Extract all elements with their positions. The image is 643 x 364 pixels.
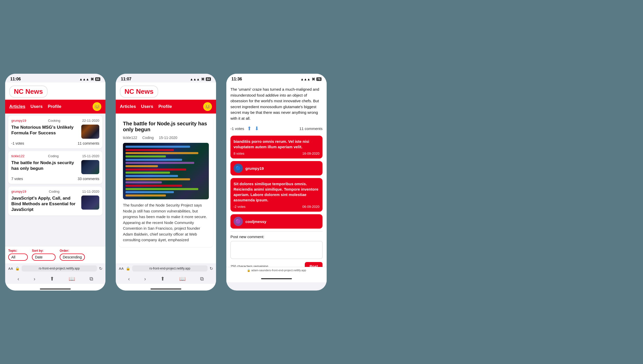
share-btn-1[interactable]: ⬆: [50, 276, 54, 282]
wifi-icon-2: ⌘: [201, 77, 204, 81]
detail-title: The battle for Node.js security has only…: [123, 121, 209, 133]
detail-body: The founder of the Node Security Project…: [123, 202, 209, 243]
phone-2: 11:07 ▲▲▲ ⌘ 84 NC News Articles Users Pr…: [116, 74, 216, 291]
comment-username-2: cooljmessy: [245, 219, 266, 224]
intro-text: The 'umami' craze has turned a much-mali…: [230, 87, 323, 121]
article-card-3[interactable]: grumpy19 Coding 11-11-2020 JavaScript's …: [8, 186, 102, 216]
lock-icon-1: 🔒: [15, 266, 20, 270]
article-card-2[interactable]: tickle122 Coding 15-11-2020 The battle f…: [8, 151, 102, 184]
order-select[interactable]: Descending Ascending: [60, 254, 85, 261]
battery-1: 84: [95, 77, 100, 81]
reload-icon-1[interactable]: ↻: [99, 266, 102, 271]
article-body-1: The Notorious MSG's Unlikely Formula For…: [11, 125, 99, 139]
browser-bar-1: AA 🔒 rs-front-end-project.netlify.app ↻: [5, 263, 105, 274]
post-button[interactable]: Post: [305, 262, 323, 267]
nav-avatar-2[interactable]: 😊: [203, 102, 212, 111]
phone-1: 11:06 ▲▲▲ ⌘ 84 NC News Articles Users Pr…: [5, 74, 105, 291]
status-icons-1: ▲▲▲ ⌘ 84: [79, 77, 100, 81]
browser-nav-1: ‹ › ⬆ 📖 ⧉: [5, 274, 105, 284]
sort-select[interactable]: Date Votes Comments: [32, 254, 56, 261]
nav-articles-1[interactable]: Articles: [9, 104, 25, 109]
detail-date: 15-11-2020: [159, 136, 177, 140]
article-thumb-3: [81, 195, 99, 210]
downvote-btn[interactable]: ⬇: [255, 125, 259, 132]
article-votes-1: -1 votes: [11, 141, 24, 145]
app-content-2: NC News Articles Users Profile 😊 The bat…: [116, 82, 216, 274]
bookmarks-btn-1[interactable]: 📖: [69, 276, 75, 282]
time-2: 11:07: [121, 77, 131, 81]
article-card-1[interactable]: grumpy19 Cooking 22-11-2020 The Notoriou…: [8, 116, 102, 148]
comment-author-row-1: 🔵 grumpy19: [230, 161, 323, 175]
article-title-1: The Notorious MSG's Unlikely Formula For…: [11, 125, 79, 136]
sort-filter[interactable]: Sort by: Date Votes Comments: [32, 249, 56, 261]
order-filter[interactable]: Order: Descending Ascending: [60, 249, 85, 261]
comment-card-2: Sit dolores similique temporibus omnis. …: [230, 178, 323, 212]
nav-bar-1[interactable]: Articles Users Profile 😊: [5, 100, 105, 114]
nav-bar-2[interactable]: Articles Users Profile 😊: [116, 100, 216, 114]
article-meta-3: grumpy19 Coding 11-11-2020: [11, 190, 99, 193]
logo-text-1: NC News: [14, 88, 43, 95]
article-title-2: The battle for Node.js security has only…: [11, 160, 79, 171]
comment-input[interactable]: [230, 241, 323, 259]
tabs-btn-1[interactable]: ⧉: [90, 276, 93, 282]
browser-aa-1: AA: [8, 267, 13, 270]
article-footer-1: -1 votes 11 comments: [11, 141, 99, 145]
time-3: 11:36: [231, 77, 242, 81]
footer-link-icon: 🔒: [247, 269, 251, 272]
nav-profile-2[interactable]: Profile: [158, 104, 172, 109]
home-indicator-2: [116, 284, 216, 291]
comment-footer-1: 8 votes 16-09-2020: [234, 152, 319, 155]
article-votes-2: 7 votes: [11, 177, 23, 181]
tabs-btn-2[interactable]: ⧉: [200, 276, 204, 282]
nav-articles-2[interactable]: Articles: [120, 104, 136, 109]
browser-url-1[interactable]: rs-front-end-project.netlify.app: [22, 265, 97, 272]
topic-select[interactable]: All Cooking Coding: [8, 254, 28, 261]
nav-avatar-1[interactable]: 😊: [93, 102, 101, 111]
detail-topic: Coding: [142, 136, 154, 140]
article-topic-3: Coding: [49, 190, 59, 193]
article-date-2: 15-11-2020: [82, 154, 99, 158]
forward-btn-2[interactable]: ›: [144, 276, 146, 282]
forward-btn-1[interactable]: ›: [34, 276, 35, 282]
phone3-main: The 'umami' craze has turned a much-mali…: [226, 82, 327, 267]
browser-nav-2: ‹ › ⬆ 📖 ⧉: [116, 274, 216, 284]
upvote-btn[interactable]: ⬆: [247, 125, 252, 132]
article-body-3: JavaScript's Apply, Call, and Bind Metho…: [11, 195, 99, 212]
comment-date-2: 06-09-2020: [302, 205, 320, 209]
topic-label: Topic:: [8, 249, 28, 253]
browser-url-2[interactable]: rs-front-end-project.netlify.app: [132, 265, 208, 272]
comment-avatar-1: 🔵: [234, 164, 243, 173]
home-indicator-3: [226, 274, 327, 282]
sort-label: Sort by:: [32, 249, 56, 253]
logo-pill-2: NC News: [120, 86, 158, 98]
topic-filter[interactable]: Topic: All Cooking Coding: [8, 249, 28, 261]
battery-2: 84: [206, 77, 211, 81]
article-date-1: 22-11-2020: [82, 119, 99, 123]
article-thumb-2: [81, 160, 99, 174]
footer-url: 🔒 adam-saunders-front-end-project.netlif…: [226, 267, 327, 274]
comments-count: 11 comments: [299, 126, 323, 131]
nav-profile-1[interactable]: Profile: [48, 104, 61, 109]
article-date-3: 11-11-2020: [82, 190, 99, 193]
signal-icon-2: ▲▲▲: [190, 77, 200, 81]
reload-icon-2[interactable]: ↻: [210, 266, 213, 271]
article-topic-2: Coding: [48, 154, 59, 158]
comment-text-2: Sit dolores similique temporibus omnis. …: [234, 181, 319, 203]
logo-text-2: NC News: [124, 88, 154, 95]
detail-card: The battle for Node.js security has only…: [119, 117, 213, 247]
comment-votes-2: -2 votes: [234, 205, 245, 209]
signal-icon: ▲▲▲: [79, 77, 89, 81]
comment-author-row-2: 🟣 cooljmessy: [230, 214, 323, 229]
article-comments-1: 11 comments: [78, 141, 99, 145]
back-btn-1[interactable]: ‹: [17, 276, 19, 282]
article-footer-2: 7 votes 33 comments: [11, 177, 99, 181]
bookmarks-btn-2[interactable]: 📖: [179, 276, 186, 282]
status-icons-3: ▲▲▲ ⌘ 78: [300, 77, 322, 81]
nav-users-2[interactable]: Users: [141, 104, 153, 109]
comment-avatar-2: 🟣: [234, 217, 243, 226]
nav-users-1[interactable]: Users: [30, 104, 42, 109]
share-btn-2[interactable]: ⬆: [160, 276, 165, 282]
home-indicator-1: [5, 284, 105, 291]
article-title-3: JavaScript's Apply, Call, and Bind Metho…: [11, 195, 79, 212]
back-btn-2[interactable]: ‹: [128, 276, 130, 282]
